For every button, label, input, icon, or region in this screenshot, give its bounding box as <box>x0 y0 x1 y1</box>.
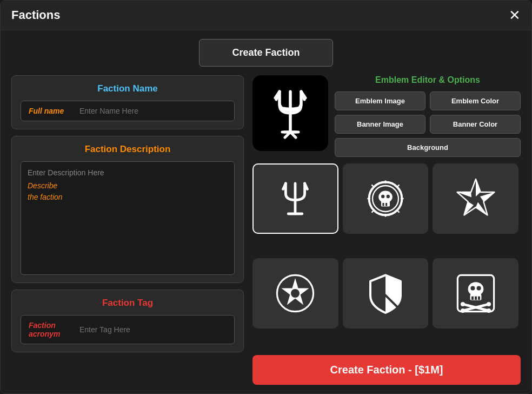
svg-rect-9 <box>385 203 387 206</box>
emblem-top: Emblem Editor & Options Emblem Image Emb… <box>252 75 521 157</box>
svg-line-18 <box>397 185 400 187</box>
faction-name-input[interactable] <box>75 101 234 121</box>
faction-name-section: Faction Name Full name <box>11 75 244 129</box>
description-placeholder-hint: Describethe faction <box>28 180 228 203</box>
faction-tag-input[interactable] <box>75 320 234 339</box>
ctrl-row-1: Emblem Image Emblem Color <box>335 91 521 110</box>
svg-rect-29 <box>475 297 477 300</box>
emblem-item-trident[interactable] <box>252 163 338 234</box>
ctrl-row-3: Background <box>335 138 521 157</box>
background-button[interactable]: Background <box>335 138 521 157</box>
emblem-preview <box>252 75 328 151</box>
ctrl-row-2: Banner Image Banner Color <box>335 115 521 134</box>
faction-tag-title: Faction Tag <box>21 298 235 308</box>
svg-point-37 <box>461 308 465 313</box>
svg-point-36 <box>487 302 491 306</box>
right-panel: Emblem Editor & Options Emblem Image Emb… <box>252 75 521 385</box>
svg-point-6 <box>378 191 393 203</box>
close-button[interactable]: ✕ <box>509 8 521 22</box>
create-faction-btn-area: Create Faction - [$1M] <box>252 355 521 385</box>
faction-description-title: Faction Description <box>21 144 235 155</box>
create-faction-button[interactable]: Create Faction - [$1M] <box>252 355 521 385</box>
emblem-item-nautical-star[interactable] <box>433 163 518 234</box>
description-placeholder-main: Enter Description Here <box>28 168 228 177</box>
faction-name-title: Faction Name <box>21 83 235 94</box>
svg-point-32 <box>476 286 481 290</box>
svg-point-10 <box>381 195 384 198</box>
modal-title: Factions <box>11 8 60 22</box>
svg-line-17 <box>397 211 400 213</box>
factions-modal: Factions ✕ Create Faction Faction Name F… <box>0 0 532 394</box>
emblem-item-skull-crossbones[interactable] <box>433 258 518 329</box>
svg-rect-8 <box>382 203 384 206</box>
emblem-editor-title: Emblem Editor & Options <box>335 75 521 85</box>
faction-description-box: Enter Description Here Describethe facti… <box>21 161 235 275</box>
svg-point-11 <box>387 195 390 198</box>
skull-ring-icon <box>364 177 407 220</box>
content-area: Faction Name Full name Faction Descripti… <box>1 67 531 393</box>
modal-header: Factions ✕ <box>1 1 531 30</box>
faction-name-input-row: Full name <box>21 101 235 121</box>
faction-description-section: Faction Description Enter Description He… <box>11 136 244 283</box>
svg-rect-30 <box>478 297 480 300</box>
left-panel: Faction Name Full name Faction Descripti… <box>11 75 244 385</box>
banner-color-button[interactable]: Banner Color <box>430 115 521 134</box>
skull-crossbones-icon <box>454 272 497 315</box>
tab-create-faction[interactable]: Create Faction <box>199 39 332 67</box>
faction-tag-section: Faction Tag Factionacronym <box>11 290 244 352</box>
emblem-image-button[interactable]: Emblem Image <box>335 91 425 110</box>
emblem-item-shield-diagonal[interactable] <box>343 258 429 329</box>
trident-icon <box>274 177 317 220</box>
emblem-grid <box>252 163 521 349</box>
svg-point-35 <box>461 302 465 306</box>
svg-point-26 <box>468 282 483 296</box>
svg-point-23 <box>291 289 300 298</box>
emblem-controls: Emblem Editor & Options Emblem Image Emb… <box>335 75 521 157</box>
nautical-star-icon <box>454 177 497 220</box>
emblem-item-circle-star[interactable] <box>252 258 338 329</box>
tab-bar: Create Faction <box>1 30 531 67</box>
svg-point-31 <box>470 286 475 290</box>
svg-line-19 <box>371 211 374 213</box>
circle-star-icon <box>274 272 317 315</box>
faction-tag-label: Factionacronym <box>21 316 75 344</box>
svg-line-16 <box>371 185 374 187</box>
svg-rect-28 <box>471 297 474 300</box>
emblem-color-button[interactable]: Emblem Color <box>430 91 521 110</box>
svg-point-38 <box>487 308 491 313</box>
shield-diagonal-icon <box>364 272 407 315</box>
banner-image-button[interactable]: Banner Image <box>335 115 425 134</box>
emblem-item-skull-ring[interactable] <box>343 163 429 234</box>
preview-trident-icon <box>263 86 317 140</box>
faction-name-label: Full name <box>21 101 75 121</box>
faction-tag-input-row: Factionacronym <box>21 315 235 344</box>
